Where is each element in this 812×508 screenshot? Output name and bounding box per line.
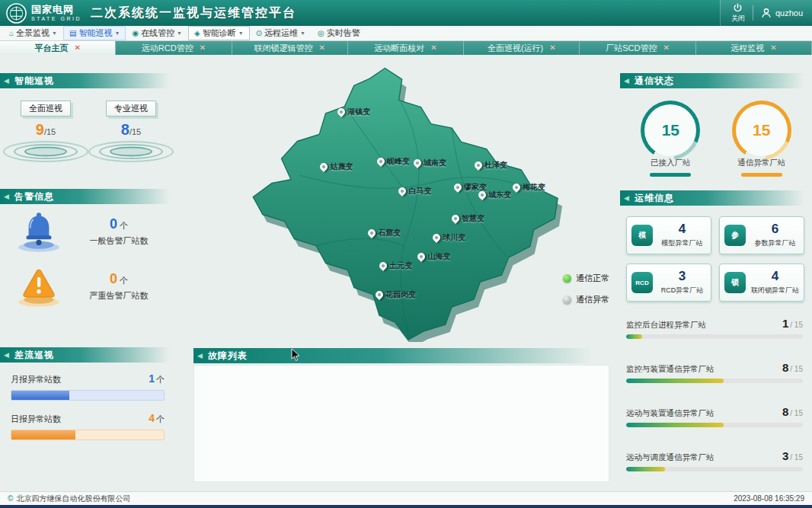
connected-stations-count: 15 — [644, 104, 696, 156]
rcd-abnormal-card[interactable]: RCD 3 RCD异常厂站 — [626, 264, 711, 302]
ops-cards-grid: 模 4 模型异常厂站 参 6 参数异常厂站 RCD 3 — [620, 206, 812, 302]
tab-full-patrol[interactable]: 全面巡视(运行) ✕ — [464, 41, 580, 55]
professional-patrol-card[interactable]: 专业巡视 8/15 — [89, 101, 173, 165]
green-status-dot-icon — [563, 274, 571, 283]
map-station-pin[interactable]: 城南变 — [414, 158, 446, 168]
section-header-ops-info: ◀ 运维信息 — [620, 190, 812, 206]
map-station-pin[interactable]: 山海变 — [417, 251, 450, 262]
menu-label: 实时告警 — [327, 27, 360, 39]
tab-close-icon[interactable]: ✕ — [74, 44, 80, 52]
pin-icon — [397, 186, 408, 196]
map-station-pin[interactable]: 杜泽变 — [475, 160, 507, 171]
tab-close-icon[interactable]: ✕ — [549, 44, 555, 52]
row-label: 远动与调度通信异常厂站 — [626, 452, 714, 463]
pin-icon — [431, 232, 442, 243]
model-abnormal-card[interactable]: 模 4 模型异常厂站 — [626, 216, 711, 254]
menu-online-control[interactable]: ◉ 在线管控 ▼ — [126, 26, 188, 40]
bottom-edge-strip — [0, 505, 812, 508]
tab-close-icon[interactable]: ✕ — [770, 44, 776, 52]
unit-label: 个 — [156, 375, 165, 384]
map-station-pin[interactable]: 梅花变 — [513, 182, 545, 193]
menu-realtime-alarm[interactable]: ◎ 实时告警 — [312, 26, 366, 40]
severe-alarm-label: 严重告警厂站数 — [72, 290, 166, 302]
daily-report-progressbar — [11, 430, 165, 440]
power-icon — [733, 3, 743, 13]
param-abnormal-count: 6 — [751, 222, 799, 235]
user-menu[interactable]: quzhou — [761, 8, 803, 18]
interlock-abnormal-card[interactable]: 锁 4 联闭锁异常厂站 — [719, 264, 804, 302]
row-denominator: / 15 — [790, 409, 803, 417]
close-session-button[interactable]: 关闭 — [731, 3, 745, 24]
gauge-underline — [650, 173, 691, 177]
map-station-pin[interactable]: 石窟变 — [368, 228, 401, 238]
monthly-report-value: 1 — [149, 372, 155, 385]
right-panel: ◀ 通信状态 15 已接入厂站 15 通信异常厂站 — [620, 55, 812, 491]
header-right: 关闭 quzhou — [720, 0, 812, 26]
menu-label: 智能巡视 — [78, 27, 112, 39]
gauge-underline — [741, 173, 782, 177]
menu-remote-ops[interactable]: ⊙ 远程运维 ▼ — [250, 26, 312, 40]
station-name-label: 姑蔑变 — [330, 161, 353, 172]
patrol-cards: 全面巡视 9/15 专业巡视 8/15 — [0, 101, 177, 165]
platform-rings — [2, 139, 90, 165]
full-patrol-card[interactable]: 全面巡视 9/15 — [4, 101, 88, 165]
pin-icon — [378, 260, 388, 271]
model-icon: 模 — [631, 225, 653, 246]
control-icon: ◉ — [132, 30, 139, 37]
progress-row-monitor-device: 监控与装置通信异常厂站 8/ 15 — [626, 361, 803, 383]
tab-section-check[interactable]: 远动断面核对 ✕ — [348, 41, 464, 55]
legend-label: 通信正常 — [576, 273, 609, 284]
map-station-pin[interactable]: 白马变 — [398, 186, 431, 196]
tab-close-icon[interactable]: ✕ — [430, 44, 436, 52]
menu-label: 全景监视 — [16, 27, 50, 39]
pin-icon — [511, 182, 522, 193]
map-station-pin[interactable]: 姑蔑变 — [320, 161, 353, 172]
progress-fill — [11, 391, 69, 400]
logo-title: 国家电网 — [31, 5, 82, 14]
row-value: 8 — [782, 361, 788, 374]
legend-label: 通信异常 — [576, 294, 609, 305]
tab-platform-home[interactable]: 平台主页 ✕ — [0, 41, 116, 55]
map-station-pin[interactable]: 岘峰变 — [377, 156, 410, 167]
tab-interlock-logic[interactable]: 联闭锁逻辑管控 ✕ — [232, 41, 348, 55]
page-title: 二次系统统一监视与运维管控平台 — [91, 5, 296, 21]
top-header: 国家电网 STATE GRID 二次系统统一监视与运维管控平台 关闭 quzho… — [0, 0, 812, 26]
tab-remote-monitor[interactable]: 远程监视 ✕ — [696, 41, 812, 55]
tab-close-icon[interactable]: ✕ — [663, 44, 669, 52]
section-arrow-icon: ◀ — [4, 193, 10, 200]
map-station-pin[interactable]: 湖镇变 — [337, 107, 370, 117]
map-station-pin[interactable]: 花园岗变 — [376, 289, 416, 300]
tab-close-icon[interactable]: ✕ — [319, 44, 325, 52]
remote-ops-icon: ⊙ — [256, 30, 262, 37]
param-abnormal-card[interactable]: 参 6 参数异常厂站 — [719, 216, 804, 254]
menu-smart-diagnosis[interactable]: ◈ 智能诊断 ▼ — [188, 26, 250, 40]
progressbar — [626, 334, 803, 339]
section-title: 告警信息 — [14, 190, 54, 203]
pin-icon — [416, 251, 427, 262]
station-name-label: 岘峰变 — [387, 156, 410, 167]
section-header-smart-patrol: ◀ 智能巡视 — [0, 73, 177, 88]
station-name-label: 城南变 — [424, 158, 446, 168]
gauge-ring: 15 — [641, 101, 700, 160]
section-title: 运维信息 — [635, 192, 674, 205]
menu-smart-patrol[interactable]: ▤ 智能巡视 ▼ — [63, 26, 126, 40]
menu-bar: ⌂ 全景监视 ▼ ▤ 智能巡视 ▼ ◉ 在线管控 ▼ ◈ 智能诊断 ▼ ⊙ 远程… — [0, 26, 812, 41]
logo-subtitle: STATE GRID — [31, 16, 82, 21]
card-label: 联闭锁异常厂站 — [751, 286, 799, 296]
map-station-pin[interactable]: 土元变 — [379, 260, 412, 271]
menu-panorama-monitor[interactable]: ⌂ 全景监视 ▼ — [3, 26, 63, 40]
tab-scd-control[interactable]: 厂站SCD管控 ✕ — [580, 41, 695, 55]
chevron-down-icon: ▼ — [300, 30, 305, 36]
close-label: 关闭 — [731, 14, 745, 24]
map-station-pin[interactable]: 城东变 — [478, 190, 511, 200]
alarm-icon: ◎ — [318, 30, 324, 37]
map-station-pin[interactable]: 智慧变 — [452, 213, 484, 224]
region-map[interactable]: 湖镇变姑蔑变岘峰变城南变杜泽变白马变缪家变城东变梅花变智慧变石窟变球川变山海变土… — [177, 55, 620, 348]
tab-rcd-control[interactable]: 远动RCD管控 ✕ — [116, 41, 232, 55]
tab-close-icon[interactable]: ✕ — [200, 44, 206, 52]
map-station-pin[interactable]: 球川变 — [433, 232, 465, 243]
model-abnormal-count: 4 — [658, 222, 706, 235]
monthly-report-group: 月报异常站数 1个 — [0, 363, 177, 402]
card-label: RCD异常厂站 — [658, 286, 706, 296]
menu-label: 智能诊断 — [203, 27, 236, 39]
